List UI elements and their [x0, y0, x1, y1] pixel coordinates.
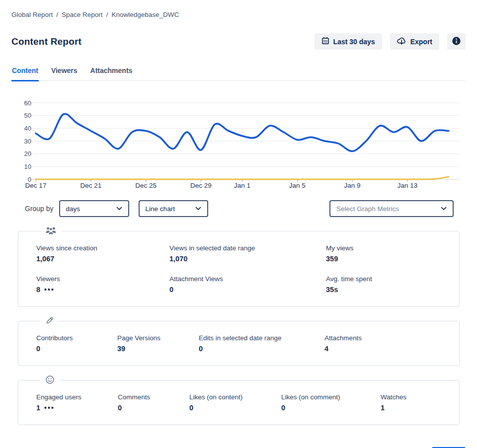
stat-comments: Comments0	[118, 393, 189, 412]
stat-label: Viewers	[36, 275, 169, 283]
export-label: Export	[410, 38, 432, 46]
y-axis-tick-label: 30	[24, 138, 31, 145]
stat-value: 359	[326, 255, 338, 263]
series-line-views	[36, 114, 449, 151]
engagement-stats-card: Engaged users1•••Comments0Likes (on cont…	[18, 380, 460, 425]
group-by-label: Group by	[25, 205, 54, 213]
info-button[interactable]	[447, 33, 466, 50]
y-axis-tick-label: 10	[24, 163, 31, 170]
tab-bar: ContentViewersAttachments	[11, 65, 466, 81]
tab-viewers[interactable]: Viewers	[51, 65, 78, 81]
stat-label: Likes (on content)	[189, 393, 281, 401]
stat-value: 8	[36, 286, 40, 294]
stat-contributors: Contributors0	[36, 334, 117, 353]
x-axis-tick-label: Dec 29	[190, 182, 212, 189]
tab-attachments[interactable]: Attachments	[90, 65, 133, 81]
smiley-icon	[41, 375, 59, 384]
chevron-down-icon	[116, 207, 122, 211]
x-axis-tick-label: Jan 9	[344, 182, 361, 189]
stat-attachment-views: Attachment Views0	[169, 275, 326, 294]
stat-label: Edits in selected date range	[199, 334, 324, 342]
graph-metrics-placeholder: Select Graph Metrics	[336, 205, 399, 213]
stat-label: Views in selected date range	[169, 244, 326, 252]
x-axis-tick-label: Dec 21	[80, 182, 101, 189]
chevron-down-icon	[441, 207, 447, 211]
x-axis-tick-label: Jan 5	[289, 182, 306, 189]
stat-value: 1,070	[169, 255, 187, 263]
stat-value: 0	[36, 345, 40, 353]
stat-likes-on-comment: Likes (on comment)0	[281, 393, 381, 412]
calendar-icon	[321, 37, 329, 46]
stat-label: Engaged users	[36, 393, 118, 401]
date-range-label: Last 30 days	[333, 38, 375, 46]
stat-value: 4	[324, 345, 328, 353]
stat-viewers: Viewers8•••	[36, 275, 169, 294]
graph-metrics-select[interactable]: Select Graph Metrics	[329, 200, 454, 217]
stat-engaged-users: Engaged users1•••	[36, 393, 118, 412]
chart-controls: Group by days Line chart Select Graph Me…	[25, 200, 466, 217]
y-axis-tick-label: 60	[24, 99, 31, 107]
people-icon	[41, 226, 61, 235]
stat-label: Avg. time spent	[326, 275, 459, 283]
breadcrumb: Global Report/Space Report/Knowledgebase…	[11, 11, 466, 18]
breadcrumb-item-global-report[interactable]: Global Report	[11, 11, 53, 18]
stat-my-views: My views359	[326, 244, 459, 263]
y-axis-tick-label: 50	[24, 112, 31, 119]
stat-label: Likes (on comment)	[281, 393, 381, 401]
stat-likes-on-content: Likes (on content)0	[189, 393, 281, 412]
breadcrumb-item-space-report[interactable]: Space Report	[62, 11, 103, 18]
y-axis-tick-label: 40	[24, 125, 31, 132]
expand-stat-button[interactable]: •••	[44, 404, 55, 411]
stat-label: Attachments	[324, 334, 459, 342]
series-line-baseline	[36, 177, 449, 179]
x-axis-tick-label: Jan 1	[234, 182, 250, 189]
stat-label: Views since creation	[36, 244, 169, 252]
page-title: Content Report	[11, 36, 81, 47]
chart-type-value: Line chart	[146, 205, 175, 213]
stat-watches: Watches1	[381, 393, 459, 412]
chevron-down-icon	[195, 207, 201, 211]
stat-label: Attachment Views	[169, 275, 326, 283]
stat-value: 0	[199, 345, 203, 353]
tab-content[interactable]: Content	[11, 65, 39, 81]
chart-canvas: 0102030405060Dec 17Dec 21Dec 25Dec 29Jan…	[11, 99, 465, 192]
info-icon	[452, 36, 461, 47]
stat-value: 1	[381, 404, 385, 412]
stat-label: My views	[326, 244, 459, 252]
breadcrumb-item-knowledgebase-dwc[interactable]: Knowledgebase_DWC	[111, 11, 179, 18]
x-axis-tick-label: Dec 17	[25, 182, 47, 189]
stat-label: Comments	[118, 393, 189, 401]
stat-value: 1,067	[36, 255, 54, 263]
stat-label: Page Versions	[117, 334, 199, 342]
date-range-button[interactable]: Last 30 days	[315, 33, 382, 50]
export-button[interactable]: Export	[390, 33, 439, 50]
expand-stat-button[interactable]: •••	[44, 286, 55, 293]
x-axis-tick-label: Dec 25	[135, 182, 157, 189]
content-report-dialog: Global Report/Space Report/Knowledgebase…	[0, 0, 477, 448]
edits-stats-card: Contributors0Page Versions39Edits in sel…	[18, 321, 460, 366]
stat-value: 0	[118, 404, 122, 412]
group-by-select[interactable]: days	[59, 200, 129, 217]
group-by-value: days	[66, 205, 80, 213]
views-stats-card: Views since creation1,067Views in select…	[18, 231, 460, 307]
stat-value: 39	[117, 345, 125, 353]
stat-value: 1	[36, 404, 40, 412]
stat-value: 0	[169, 286, 173, 294]
header: Content Report Last 30 days	[11, 33, 466, 50]
stat-value: 35s	[326, 286, 338, 294]
stat-value: 0	[189, 404, 193, 412]
x-axis-tick-label: Jan 13	[398, 182, 418, 189]
stat-avg-time-spent: Avg. time spent35s	[326, 275, 459, 294]
stat-attachments: Attachments4	[324, 334, 459, 353]
views-line-chart: 0102030405060Dec 17Dec 21Dec 25Dec 29Jan…	[11, 99, 466, 192]
stat-value: 0	[281, 404, 285, 412]
cloud-download-icon	[397, 37, 406, 46]
chart-type-select[interactable]: Line chart	[139, 200, 208, 217]
stat-label: Contributors	[36, 334, 117, 342]
stat-label: Watches	[381, 393, 459, 401]
breadcrumb-separator: /	[106, 11, 108, 18]
header-actions: Last 30 days Export	[315, 33, 466, 50]
y-axis-tick-label: 20	[24, 150, 31, 157]
stat-views-in-selected-date-range: Views in selected date range1,070	[169, 244, 326, 263]
stat-edits-in-selected-date-range: Edits in selected date range0	[199, 334, 324, 353]
